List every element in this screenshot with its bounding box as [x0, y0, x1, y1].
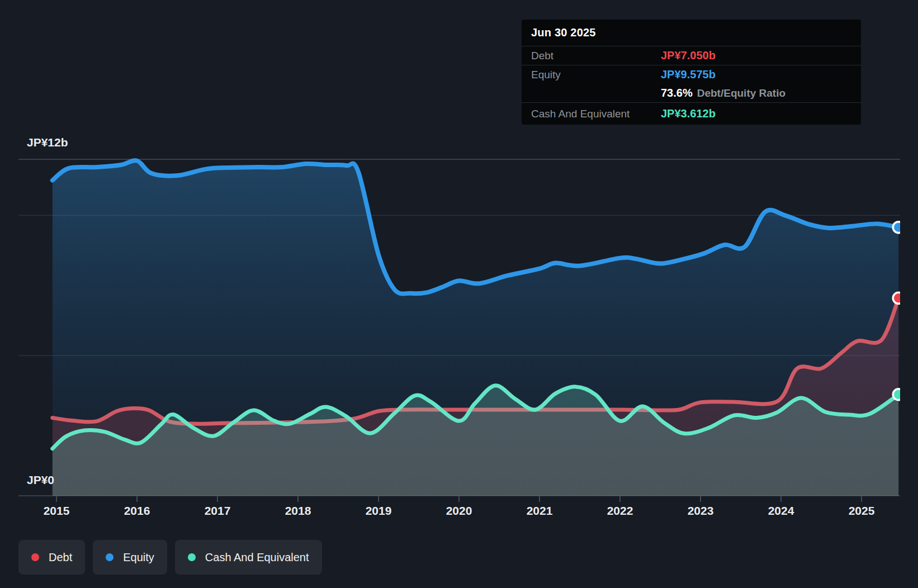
- tooltip-cash-label: Cash And Equivalent: [531, 108, 630, 120]
- tooltip-ratio-label: Debt/Equity Ratio: [697, 87, 785, 99]
- x-axis-ticks: 2015201620172018201920202021202220232024…: [44, 496, 875, 517]
- legend-debt-label: Debt: [49, 551, 72, 564]
- x-axis-label-2018: 2018: [285, 504, 311, 517]
- debt-legend-dot-icon: [31, 553, 39, 561]
- equity-legend-dot-icon: [106, 553, 113, 561]
- legend-cash-label: Cash And Equivalent: [205, 551, 309, 564]
- x-axis-label-2025: 2025: [849, 504, 875, 517]
- tooltip-equity-label: Equity: [531, 69, 561, 81]
- chart-legend: Debt Equity Cash And Equivalent: [18, 540, 322, 575]
- tooltip-ratio-row: 73.6%Debt/Equity Ratio: [522, 84, 861, 102]
- y-axis-max-label: JP¥12b: [27, 136, 68, 149]
- legend-item-debt[interactable]: Debt: [18, 540, 85, 575]
- legend-item-equity[interactable]: Equity: [93, 540, 167, 575]
- x-axis-label-2024: 2024: [768, 504, 794, 517]
- tooltip-equity-row: Equity JP¥9.575b: [522, 65, 861, 84]
- tooltip-debt-value: JP¥7.050b: [661, 49, 716, 62]
- x-axis-label-2017: 2017: [205, 504, 231, 517]
- x-axis-label-2016: 2016: [124, 504, 150, 517]
- x-axis-label-2022: 2022: [607, 504, 633, 517]
- debt-equity-chart-panel: 2015201620172018201920202021202220232024…: [0, 0, 918, 588]
- tooltip-cash-row: Cash And Equivalent JP¥3.612b: [522, 102, 861, 125]
- series-group: [53, 160, 898, 496]
- y-axis-zero-label: JP¥0: [27, 473, 54, 486]
- tooltip-ratio-value: 73.6%: [661, 87, 693, 99]
- x-axis-label-2021: 2021: [527, 504, 553, 517]
- x-axis-label-2023: 2023: [688, 504, 714, 517]
- right-margin-mask: [900, 0, 918, 588]
- tooltip-cash-value: JP¥3.612b: [661, 107, 716, 120]
- tooltip-date: Jun 30 2025: [522, 20, 861, 46]
- legend-item-cash[interactable]: Cash And Equivalent: [175, 540, 322, 575]
- x-axis-label-2019: 2019: [366, 504, 392, 517]
- cash-legend-dot-icon: [188, 553, 196, 561]
- x-axis-label-2015: 2015: [44, 504, 70, 517]
- legend-equity-label: Equity: [123, 551, 154, 564]
- tooltip-debt-row: Debt JP¥7.050b: [522, 46, 861, 65]
- x-axis-label-2020: 2020: [446, 504, 472, 517]
- tooltip-debt-label: Debt: [531, 50, 553, 62]
- tooltip-ratio: 73.6%Debt/Equity Ratio: [661, 87, 785, 99]
- tooltip-equity-value: JP¥9.575b: [661, 68, 716, 81]
- chart-tooltip: Jun 30 2025 Debt JP¥7.050b Equity JP¥9.5…: [522, 20, 861, 125]
